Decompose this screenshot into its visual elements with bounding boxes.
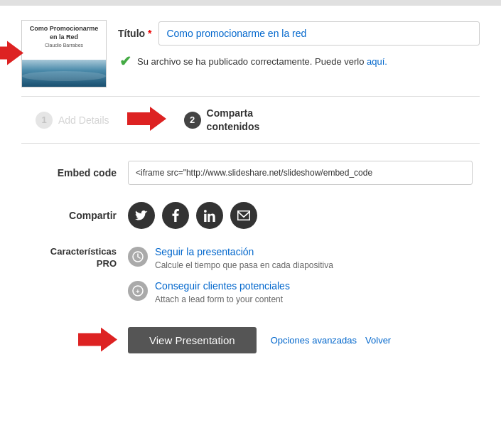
email-icon [237,210,250,220]
twitter-button[interactable] [128,202,155,229]
facebook-icon [172,209,179,222]
step-2-label: Comparta contenidos [207,107,260,132]
pro-feature-1-text: Seguir la presentación Calcule el tiempo… [155,246,333,270]
bottom-links: Opciones avanzadas Volver [271,335,392,346]
volver-link[interactable]: Volver [365,335,391,346]
pro-section: Características PRO Seguir la presentaci… [21,246,480,314]
svg-marker-0 [0,41,23,65]
book-title: Como Promocionarmeen la Red [27,21,102,43]
book-cover: Como Promocionarmeen la Red Claudio Barr… [21,20,107,87]
steps-nav: 1 Add Details 2 Comparta contenidos [21,96,480,144]
lead-icon: + [132,285,144,297]
pro-label: Características PRO [28,246,128,270]
pro-feature-1-icon [128,247,148,267]
step-1-label: Add Details [58,114,109,126]
pro-feature-1: Seguir la presentación Calcule el tiempo… [128,246,473,270]
pro-features: Seguir la presentación Calcule el tiempo… [128,246,473,314]
pro-feature-2-icon: + [128,281,148,301]
embed-row: Embed code [21,161,480,185]
linkedin-button[interactable] [196,202,223,229]
book-cover-wave [22,71,106,81]
embed-label: Embed code [28,167,128,178]
title-row: Título * [118,21,480,46]
red-arrow-step-icon [127,105,166,132]
pro-feature-2-link[interactable]: Conseguir clientes potenciales [155,280,290,292]
top-bar [0,0,501,6]
step-2-circle: 2 [184,112,201,129]
pro-feature-1-link[interactable]: Seguir la presentación [155,246,333,257]
embed-input[interactable] [128,161,473,185]
pro-feature-2: + Conseguir clientes potenciales Attach … [128,280,473,304]
email-button[interactable] [230,202,257,229]
step-1-circle: 1 [36,112,53,129]
twitter-icon [135,210,148,221]
pro-feature-2-desc: Attach a lead form to your content [155,294,283,304]
view-presentation-button[interactable]: View Presentation [128,327,257,353]
pro-feature-2-text: Conseguir clientes potenciales Attach a … [155,280,290,304]
titulo-label: Título * [118,28,151,39]
social-icons [128,202,257,229]
share-label: Compartir [28,210,128,221]
linkedin-icon [204,210,216,222]
facebook-button[interactable] [162,202,189,229]
step-2-item: 2 Comparta contenidos [170,107,274,132]
success-link[interactable]: aquí. [367,56,387,67]
title-input[interactable] [158,21,480,46]
clock-icon [132,251,144,262]
success-text: Su archivo se ha publicado correctamente… [137,56,387,67]
checkmark-icon: ✔ [119,53,131,70]
svg-text:+: + [136,288,139,295]
book-author: Claudio Barrabes [42,43,86,48]
red-arrow-button-icon [78,326,117,353]
red-arrow-cover-icon [0,39,23,66]
pro-feature-1-desc: Calcule el tiempo que pasa en cada diapo… [155,260,333,270]
step-1-item: 1 Add Details [21,112,124,129]
svg-marker-1 [127,107,166,131]
svg-marker-5 [78,327,117,351]
opciones-avanzadas-link[interactable]: Opciones avanzadas [271,335,357,346]
main-container: Como Promocionarmeen la Red Claudio Barr… [0,6,501,448]
share-row: Compartir [21,202,480,229]
book-cover-image [22,60,106,87]
success-message: ✔ Su archivo se ha publicado correctamen… [119,53,480,70]
title-right: Título * ✔ Su archivo se ha publicado co… [118,20,480,70]
title-section: Como Promocionarmeen la Red Claudio Barr… [21,20,480,87]
bottom-row: View Presentation Opciones avanzadas Vol… [21,327,480,353]
